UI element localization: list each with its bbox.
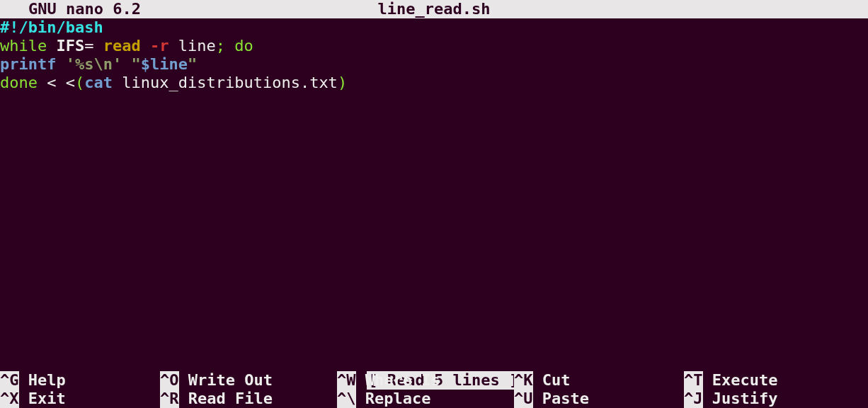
paren-close: ) — [338, 74, 347, 91]
shortcut-key: ^U — [514, 390, 533, 408]
shortcut-label: Cut — [533, 371, 571, 390]
paren-open: ( — [75, 74, 84, 91]
shortcut-row: ^G Help ^O Write Out ^W Where Is ^K Cut … — [0, 371, 868, 390]
shortcut-key: ^O — [160, 371, 179, 390]
shortcut-help[interactable]: ^G Help — [0, 371, 160, 390]
space — [56, 74, 65, 91]
editor-area[interactable]: #!/bin/bash while IFS= read -r line; do … — [0, 18, 868, 92]
var-ifs: IFS — [47, 37, 84, 55]
keyword-do: do — [225, 37, 253, 55]
filename: line_read.sh — [0, 0, 868, 18]
cmd-read: read — [93, 37, 140, 55]
cmd-printf: printf — [0, 55, 56, 73]
shortcut-bar: ^G Help ^O Write Out ^W Where Is ^K Cut … — [0, 371, 868, 408]
shortcut-key: ^W — [337, 371, 356, 390]
space — [122, 55, 131, 73]
shortcut-key: ^T — [684, 371, 703, 390]
arg-line: line — [169, 37, 215, 55]
arg-file: linux_distributions.txt — [113, 74, 338, 91]
titlebar: GNU nano 6.2 line_read.sh — [0, 0, 868, 18]
shortcut-label: Help — [19, 371, 66, 390]
code-line: done < <(cat linux_distributions.txt) — [0, 74, 868, 92]
semicolon: ; — [216, 37, 225, 55]
shortcut-label: Where Is — [356, 371, 440, 390]
shortcut-label: Execute — [703, 371, 778, 390]
var-line: $line — [141, 55, 188, 73]
shortcut-cut[interactable]: ^K Cut — [514, 371, 684, 390]
status-bar: [ Read 5 lines ] — [0, 353, 868, 371]
code-line: while IFS= read -r line; do — [0, 37, 868, 55]
shortcut-label: Write Out — [179, 371, 273, 390]
shortcut-label: Read File — [179, 390, 273, 408]
shebang: #!/bin/bash — [0, 18, 103, 36]
shortcut-label: Exit — [19, 390, 66, 408]
keyword-done: done — [0, 74, 47, 91]
shortcut-writeout[interactable]: ^O Write Out — [160, 371, 337, 390]
string-fmt: '%s\n' — [56, 55, 122, 73]
shortcut-readfile[interactable]: ^R Read File — [160, 390, 337, 408]
shortcut-label: Paste — [533, 390, 589, 408]
shortcut-label: Replace — [356, 390, 431, 408]
shortcut-exit[interactable]: ^X Exit — [0, 390, 160, 408]
shortcut-row: ^X Exit ^R Read File ^\ Replace ^U Paste… — [0, 390, 868, 408]
shortcut-key: ^\ — [337, 390, 356, 408]
shortcut-key: ^R — [160, 390, 179, 408]
quote: " — [131, 55, 140, 73]
shortcut-key: ^J — [684, 390, 703, 408]
shortcut-paste[interactable]: ^U Paste — [514, 390, 684, 408]
keyword-while: while — [0, 37, 47, 55]
cmd-cat: cat — [84, 74, 113, 91]
shortcut-execute[interactable]: ^T Execute — [684, 371, 868, 390]
op-redirect: < — [47, 74, 56, 91]
shortcut-justify[interactable]: ^J Justify — [684, 390, 868, 408]
shortcut-label: Justify — [703, 390, 778, 408]
op-redirect: < — [66, 74, 75, 91]
shortcut-key: ^X — [0, 390, 19, 408]
op-eq: = — [84, 37, 93, 55]
code-line: printf '%s\n' "$line" — [0, 55, 868, 74]
shortcut-key: ^K — [514, 371, 533, 390]
quote: " — [188, 55, 197, 73]
shortcut-whereis[interactable]: ^W Where Is — [337, 371, 514, 390]
code-line: #!/bin/bash — [0, 18, 868, 37]
shortcut-key: ^G — [0, 371, 19, 390]
flag-r: -r — [141, 37, 169, 55]
shortcut-replace[interactable]: ^\ Replace — [337, 390, 514, 408]
